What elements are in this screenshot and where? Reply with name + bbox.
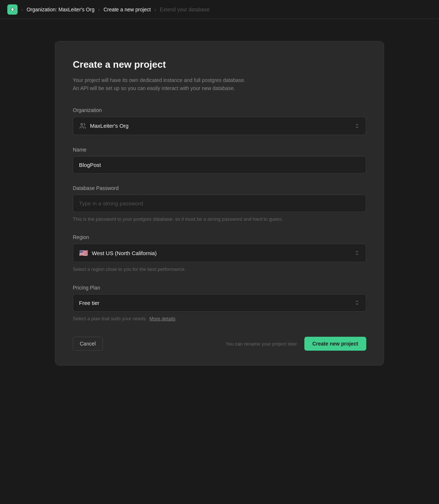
database-password-label: Database Password — [73, 185, 366, 191]
region-flag: 🇺🇸 — [79, 249, 88, 257]
topbar: › Organization: MaxLeiter's Org › Create… — [0, 0, 439, 19]
name-label: Name — [73, 147, 366, 153]
org-users-icon — [79, 122, 86, 130]
breadcrumb-separator-1: › — [21, 7, 23, 12]
pricing-plan-hint: Select a plan that suits your needs. Mor… — [73, 315, 366, 322]
page-title: Create a new project — [73, 59, 366, 70]
form-footer: Cancel You can rename your project later… — [73, 334, 366, 351]
database-password-input[interactable] — [73, 195, 366, 212]
region-chevron-icon — [354, 250, 360, 256]
pricing-plan-select[interactable]: Free tier — [73, 294, 366, 311]
app-logo[interactable] — [7, 4, 18, 15]
breadcrumb-org[interactable]: Organization: MaxLeiter's Org — [27, 7, 95, 12]
pricing-plan-section: Pricing Plan Free tier Select a plan tha… — [73, 285, 366, 322]
org-chevron-icon — [354, 123, 360, 129]
create-project-button[interactable]: Create new project — [304, 337, 366, 351]
main-content: Create a new project Your project will h… — [0, 19, 439, 388]
pricing-chevron-icon — [354, 300, 360, 306]
organization-section: Organization MaxLeiter's Org — [73, 107, 366, 135]
region-value: West US (North California) — [92, 250, 157, 256]
cancel-button[interactable]: Cancel — [73, 337, 103, 351]
region-label: Region — [73, 234, 366, 240]
database-password-hint: This is the password to your postgres da… — [73, 216, 366, 223]
name-input[interactable] — [73, 156, 366, 173]
breadcrumb-create-project[interactable]: Create a new project — [104, 7, 151, 12]
form-description: Your project will have its own dedicated… — [73, 76, 366, 93]
organization-label: Organization — [73, 107, 366, 113]
region-hint: Select a region close to you for the bes… — [73, 266, 366, 273]
region-section: Region 🇺🇸 West US (North California) Sel… — [73, 234, 366, 273]
more-details-link[interactable]: More details — [150, 316, 176, 321]
name-section: Name — [73, 147, 366, 173]
breadcrumb-extend-db: Extend your database — [160, 7, 210, 12]
rename-hint: You can rename your project later — [226, 341, 297, 347]
pricing-plan-label: Pricing Plan — [73, 285, 366, 291]
breadcrumb-separator-2: › — [98, 7, 100, 12]
footer-right: You can rename your project later Create… — [226, 337, 366, 351]
pricing-plan-value: Free tier — [79, 300, 100, 306]
region-select[interactable]: 🇺🇸 West US (North California) — [73, 244, 366, 262]
create-project-card: Create a new project Your project will h… — [55, 41, 384, 366]
database-password-section: Database Password This is the password t… — [73, 185, 366, 223]
svg-point-1 — [81, 123, 83, 125]
breadcrumb-separator-3: › — [154, 7, 156, 12]
organization-select[interactable]: MaxLeiter's Org — [73, 117, 366, 135]
organization-value: MaxLeiter's Org — [90, 123, 128, 129]
